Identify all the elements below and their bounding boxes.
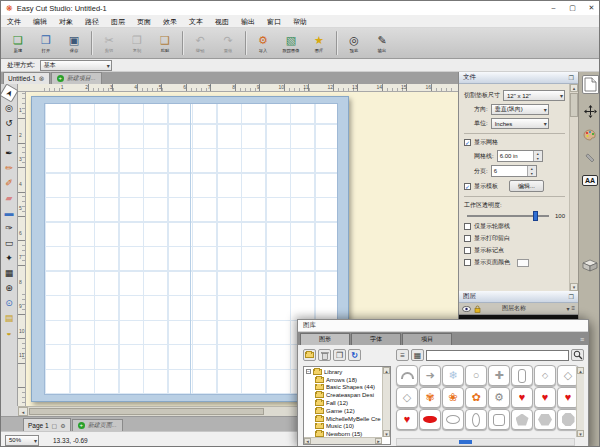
menu-item[interactable]: 文件 xyxy=(1,15,27,28)
duplicate-button[interactable]: ❐ xyxy=(333,349,346,361)
shape-gear[interactable]: ⚙ xyxy=(488,387,510,408)
extrude-3d-icon[interactable] xyxy=(582,259,598,272)
copy-button[interactable]: ❐ 复制 xyxy=(124,29,150,57)
text-panel-icon[interactable]: AA xyxy=(582,175,598,186)
orientation-select[interactable]: 垂直(纵向) xyxy=(491,104,549,115)
new-folder-button[interactable] xyxy=(303,349,316,361)
tree-item[interactable]: Arrows (18) xyxy=(315,376,381,384)
lock-icon[interactable] xyxy=(474,305,481,313)
tree-item[interactable]: Fall (12) xyxy=(315,399,381,407)
dock-panel-icon[interactable] xyxy=(569,293,574,300)
knife-tool[interactable]: ▬ xyxy=(2,206,16,220)
process-mode-select[interactable]: 基本 xyxy=(40,60,112,71)
undo-button[interactable]: ↶ 撤销 xyxy=(187,29,213,57)
zoom-tool[interactable]: ⊙ xyxy=(2,296,16,310)
selection-tool[interactable]: ➤ xyxy=(0,83,19,102)
library-menu-icon[interactable] xyxy=(580,333,586,345)
menu-item[interactable]: 编辑 xyxy=(27,15,53,28)
menu-item[interactable]: 窗口 xyxy=(261,15,287,28)
shape-ellipse[interactable] xyxy=(465,409,487,430)
tree-item[interactable]: Basic Shapes (44) xyxy=(315,384,381,392)
library-tab[interactable]: 项目 xyxy=(402,333,452,345)
shape-rounded-square[interactable] xyxy=(488,409,510,430)
shape-ellipse[interactable] xyxy=(442,409,464,430)
scalpel-tool[interactable]: ✑ xyxy=(2,221,16,235)
stamp-tool[interactable]: ⊛ xyxy=(2,281,16,295)
page-icon[interactable] xyxy=(52,422,58,429)
menu-item[interactable]: 帮助 xyxy=(287,15,313,28)
library-folder-tree[interactable]: − Library Arrows (18) Basic Shapes (44) xyxy=(303,366,391,445)
redo-button[interactable]: ↷ 重做 xyxy=(215,29,241,57)
minimize-button[interactable]: – xyxy=(544,1,563,15)
toolbar-separator[interactable] xyxy=(245,31,246,55)
library-button[interactable]: ★ 图库 xyxy=(306,29,332,57)
shape-heart[interactable]: ♥ xyxy=(396,409,418,430)
page-settings-icon[interactable] xyxy=(60,422,65,429)
subdivision-spinner[interactable]: 6 xyxy=(491,165,537,177)
new-page-button[interactable]: 新建页面... xyxy=(72,419,123,431)
lasso-tool[interactable]: ↺ xyxy=(2,116,16,130)
show-grid-checkbox[interactable] xyxy=(464,139,471,146)
close-button[interactable]: ✕ xyxy=(582,1,600,15)
spin-down[interactable] xyxy=(528,171,536,176)
text-tool[interactable]: T xyxy=(2,131,16,145)
shape-edit-tool[interactable]: ◎ xyxy=(2,101,16,115)
shape-flower[interactable]: ✾ xyxy=(419,387,441,408)
layers-dropdown-icon[interactable] xyxy=(566,305,569,312)
fill-tool[interactable]: ◒ xyxy=(2,326,16,340)
move-transform-icon[interactable] xyxy=(584,105,597,118)
measure-tool[interactable]: ▤ xyxy=(2,311,16,325)
gridline-spinner[interactable]: 6.00 in xyxy=(497,150,543,162)
tree-item[interactable]: MichelleMyBelle Cre xyxy=(315,415,381,423)
refresh-button[interactable]: ↻ xyxy=(348,349,361,361)
mat-grid[interactable] xyxy=(44,103,338,395)
delete-folder-button[interactable] xyxy=(318,349,331,361)
menu-item[interactable]: 对象 xyxy=(53,15,79,28)
trace-button[interactable]: ▧ 跟踪图像 xyxy=(278,29,304,57)
workspace-alpha-slider[interactable] xyxy=(467,215,549,217)
panel-checkbox[interactable] xyxy=(464,247,471,254)
scroll-left-arrow[interactable] xyxy=(18,407,28,416)
zoom-level-select[interactable]: 50% xyxy=(5,435,39,446)
visibility-eye-icon[interactable] xyxy=(462,306,471,312)
toolbar-separator[interactable] xyxy=(182,31,183,55)
brush-tool[interactable]: ✐ xyxy=(2,176,16,190)
menu-item[interactable]: 文本 xyxy=(183,15,209,28)
new-project-tab[interactable]: 新建项目... xyxy=(51,72,102,84)
tree-item[interactable]: Createaspan Desi xyxy=(315,391,381,399)
menu-item[interactable]: 效果 xyxy=(157,15,183,28)
show-template-checkbox[interactable] xyxy=(464,183,471,190)
tree-item[interactable]: Music (10) xyxy=(315,423,381,431)
scroll-thumb[interactable] xyxy=(29,408,264,415)
shape-diamond[interactable]: ◇ xyxy=(534,365,556,386)
shape-pentagon[interactable] xyxy=(511,409,533,430)
library-search-input[interactable] xyxy=(426,350,569,361)
shape-heart[interactable]: ♥ xyxy=(534,387,556,408)
shape-rounded-rect[interactable] xyxy=(511,365,533,386)
shapes-tool[interactable]: ▭ xyxy=(2,236,16,250)
library-tab[interactable]: 图形 xyxy=(300,333,350,345)
panel-checkbox[interactable] xyxy=(464,235,471,242)
expander-icon[interactable]: − xyxy=(306,369,311,374)
menu-item[interactable]: 输出 xyxy=(235,15,261,28)
toolbar-separator[interactable] xyxy=(91,31,92,55)
layers-menu-icon[interactable] xyxy=(571,305,575,312)
pen-tool[interactable]: ✒ xyxy=(2,146,16,160)
list-view-button[interactable]: ≡ xyxy=(396,349,409,361)
search-button[interactable] xyxy=(571,349,584,361)
scroll-thumb[interactable] xyxy=(570,93,578,117)
new-button[interactable]: ❏ 新建 xyxy=(5,29,31,57)
menu-item[interactable]: 路径 xyxy=(79,15,105,28)
palette-icon[interactable] xyxy=(583,129,597,141)
preview-button[interactable]: ◎ 预览 xyxy=(341,29,367,57)
shape-cross[interactable]: ✚ xyxy=(488,365,510,386)
wrench-icon[interactable] xyxy=(584,152,596,164)
shape-arrow[interactable]: ➜ xyxy=(419,365,441,386)
document-panel-icon[interactable] xyxy=(582,75,599,94)
shape-arch[interactable] xyxy=(396,365,418,386)
save-button[interactable]: ▣ 保存 xyxy=(61,29,87,57)
crop-tool[interactable]: ▦ xyxy=(2,266,16,280)
close-tab-button[interactable] xyxy=(39,75,45,83)
import-button[interactable]: ⚙ 导入 xyxy=(250,29,276,57)
shape-lips[interactable] xyxy=(419,409,441,430)
